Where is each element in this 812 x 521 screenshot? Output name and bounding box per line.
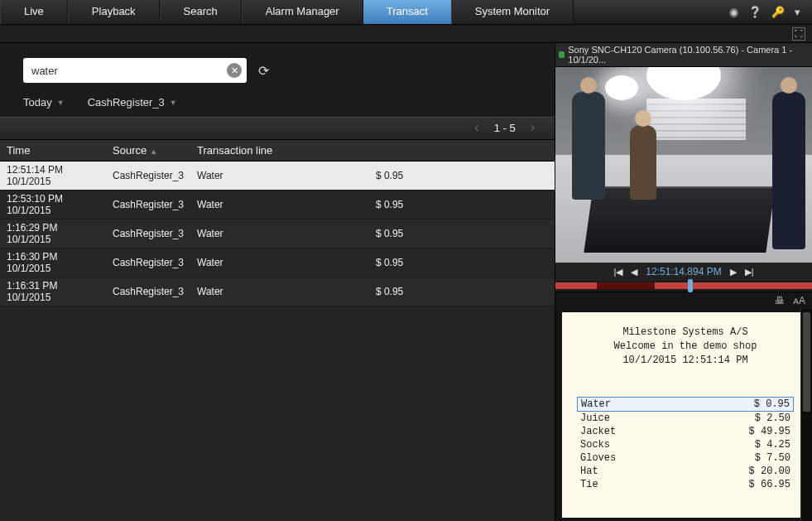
tab-alarm-manager[interactable]: Alarm Manager [242,0,363,24]
cell-source: CashRegister_3 [106,219,190,248]
receipt-item-name: Jacket [580,426,616,437]
chevron-down-icon: ▼ [170,99,177,107]
search-row: ✕ ⟳ [0,58,555,96]
table-row[interactable]: 1:16:29 PM 10/1/2015CashRegister_3Water$… [0,219,555,248]
receipt-item-price: $ 4.25 [755,439,790,451]
receipt-toolbar: 🖶 ᴀA [555,292,812,309]
receipt-item-price: $ 20.00 [749,466,790,477]
search-box: ✕ [23,58,247,83]
print-icon[interactable]: 🖶 [775,295,785,306]
receipt-line: Tie$ 66.95 [577,478,794,491]
cell-source: CashRegister_3 [106,162,190,191]
fullscreen-icon[interactable]: ⛶ [792,27,805,41]
receipt-item-name: Juice [580,412,610,424]
cell-amount: $ 0.95 [369,191,555,219]
receipt-scrollbar[interactable] [800,309,812,521]
receipt-item-name: Tie [580,479,598,490]
receipt-line: Hat$ 20.00 [577,465,794,478]
receipt-company: Milestone Systems A/S [577,326,794,340]
receipt-header: Milestone Systems A/S Welcome in the dem… [577,326,794,367]
cell-source: CashRegister_3 [106,277,190,306]
results-table-wrap: Time Source▲ Transaction line 12:51:14 P… [0,140,555,521]
cell-time: 12:51:14 PM 10/1/2015 [0,162,106,191]
main-area: ✕ ⟳ Today ▼ CashRegister_3 ▼ ‹ 1 - 5 › T [0,43,812,521]
receipt-lines: Water$ 0.95Juice$ 2.50Jacket$ 49.95Socks… [577,397,794,491]
col-header-line[interactable]: Transaction line [190,140,555,162]
col-header-source[interactable]: Source▲ [106,140,190,162]
source-filter[interactable]: CashRegister_3 ▼ [88,96,177,109]
cell-time: 1:16:30 PM 10/1/2015 [0,248,106,277]
text-size-icon[interactable]: ᴀA [793,295,805,306]
cell-source: CashRegister_3 [106,191,190,219]
chevron-down-icon[interactable]: ▾ [795,6,800,18]
key-icon[interactable]: 🔑 [771,6,785,18]
tab-playback[interactable]: Playback [68,0,160,24]
skip-back-icon[interactable]: |◀ [613,267,622,277]
clear-search-icon[interactable]: ✕ [227,63,242,78]
refresh-icon[interactable]: ⟳ [258,63,269,79]
date-filter-label: Today [23,96,52,109]
table-row[interactable]: 1:16:31 PM 10/1/2015CashRegister_3Water$… [0,277,555,306]
receipt-item-name: Water [581,398,611,410]
cell-line: Water [190,219,369,248]
receipt-line: Water$ 0.95 [577,397,794,412]
tab-system-monitor[interactable]: System Monitor [451,0,574,24]
tab-live[interactable]: Live [0,0,68,24]
receipt-wrap: Milestone Systems A/S Welcome in the dem… [555,309,812,521]
timeline[interactable] [555,281,812,292]
scrollbar-thumb[interactable] [803,312,810,412]
date-filter[interactable]: Today ▼ [23,96,65,109]
receipt-line: Socks$ 4.25 [577,438,794,451]
play-forward-icon[interactable]: ▶ [730,267,737,277]
table-row[interactable]: 12:53:10 PM 10/1/2015CashRegister_3Water… [0,191,555,219]
table-row[interactable]: 1:16:30 PM 10/1/2015CashRegister_3Water$… [0,248,555,277]
top-navbar: LivePlaybackSearchAlarm ManagerTransactS… [0,0,812,25]
camera-view[interactable] [555,67,812,263]
pager-range: 1 - 5 [494,122,516,134]
table-row[interactable]: 12:51:14 PM 10/1/2015CashRegister_3Water… [0,162,555,191]
tab-search[interactable]: Search [160,0,242,24]
receipt-line: Gloves$ 7.50 [577,451,794,465]
filters-row: Today ▼ CashRegister_3 ▼ [0,96,555,117]
tab-transact[interactable]: Transact [363,0,451,24]
sort-asc-icon: ▲ [150,147,157,156]
results-table: Time Source▲ Transaction line 12:51:14 P… [0,140,555,306]
cell-time: 12:53:10 PM 10/1/2015 [0,191,106,219]
search-input[interactable] [23,58,247,83]
sub-toolbar: ⛶ [0,25,812,43]
cell-amount: $ 0.95 [369,219,555,248]
receipt-line: Juice$ 2.50 [577,412,794,425]
status-icon[interactable]: ◉ [729,6,738,18]
chevron-down-icon: ▼ [57,99,65,107]
playback-time: 12:51:14.894 PM [646,266,721,277]
cell-line: Water [190,162,369,191]
help-icon[interactable]: ❔ [748,6,762,18]
receipt-item-name: Hat [580,466,598,477]
cell-amount: $ 0.95 [369,277,555,306]
cell-time: 1:16:29 PM 10/1/2015 [0,219,106,248]
cell-line: Water [190,277,369,306]
topbar-tabs: LivePlaybackSearchAlarm ManagerTransactS… [0,0,718,24]
skip-forward-icon[interactable]: ▶| [745,267,754,277]
topbar-right-icons: ◉ ❔ 🔑 ▾ [718,0,812,24]
source-filter-label: CashRegister_3 [88,96,165,109]
receipt-datetime: 10/1/2015 12:51:14 PM [577,354,794,368]
cell-amount: $ 0.95 [369,162,555,191]
receipt-line: Jacket$ 49.95 [577,425,794,438]
playback-controls: |◀ ◀ 12:51:14.894 PM ▶ ▶| [555,263,812,281]
col-header-time[interactable]: Time [0,140,106,162]
camera-title: Sony SNC-CH120 Camera (10.100.56.76) - C… [568,45,809,65]
timeline-cursor[interactable] [688,279,693,292]
right-panel: Sony SNC-CH120 Camera (10.100.56.76) - C… [555,43,812,521]
cell-line: Water [190,248,369,277]
cell-amount: $ 0.95 [369,248,555,277]
pager-prev-icon[interactable]: ‹ [471,120,482,135]
pager-next-icon[interactable]: › [527,120,538,135]
receipt-item-price: $ 7.50 [755,452,790,464]
play-back-icon[interactable]: ◀ [631,267,637,277]
results-tbody: 12:51:14 PM 10/1/2015CashRegister_3Water… [0,162,555,306]
cell-time: 1:16:31 PM 10/1/2015 [0,277,106,306]
receipt-item-price: $ 66.95 [749,479,790,490]
camera-title-bar: Sony SNC-CH120 Camera (10.100.56.76) - C… [555,43,812,67]
receipt-welcome: Welcome in the demo shop [577,340,794,354]
